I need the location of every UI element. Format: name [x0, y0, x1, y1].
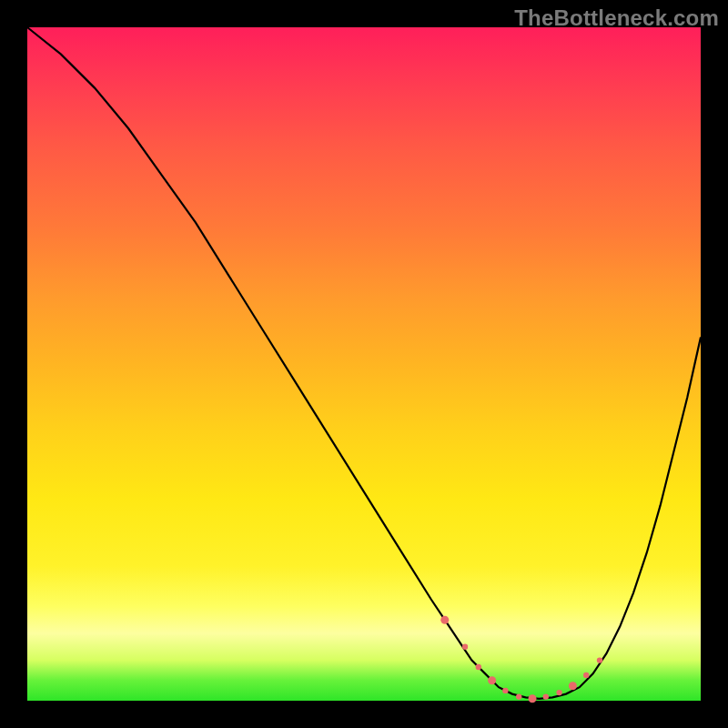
marker-dot	[462, 644, 468, 650]
marker-dot	[543, 693, 549, 699]
marker-dot	[569, 682, 577, 690]
highlight-markers	[440, 616, 602, 703]
marker-dot	[583, 672, 589, 678]
marker-dot	[502, 688, 508, 693]
watermark-text: TheBottleneck.com	[514, 5, 719, 31]
marker-dot	[597, 657, 602, 662]
marker-dot	[440, 616, 449, 624]
marker-dot	[529, 694, 537, 703]
plot-area	[27, 27, 701, 701]
chart-stage: TheBottleneck.com	[0, 0, 728, 728]
marker-dot	[516, 693, 521, 699]
curve-layer	[27, 27, 701, 701]
marker-dot	[556, 690, 561, 695]
marker-dot	[476, 664, 481, 670]
bottleneck-curve	[27, 27, 701, 699]
marker-dot	[488, 676, 496, 684]
